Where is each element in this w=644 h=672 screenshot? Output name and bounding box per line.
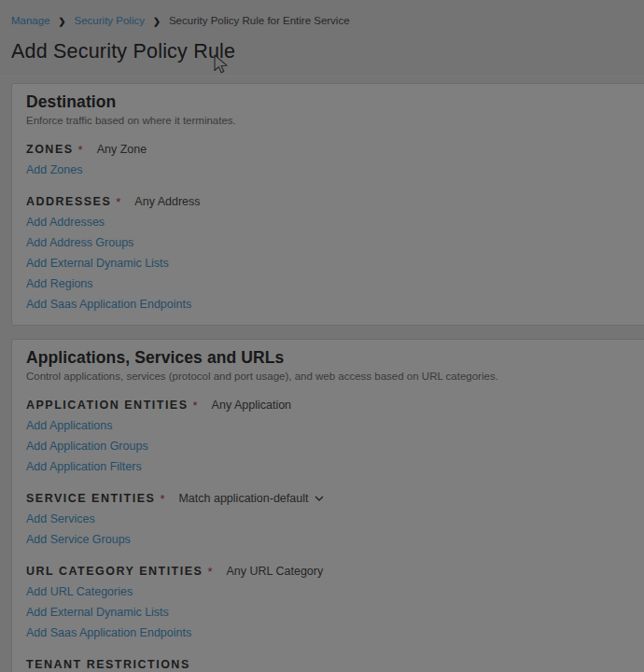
- service-entities-dropdown[interactable]: Match application-default: [178, 492, 324, 505]
- add-external-dynamic-lists-link[interactable]: Add External Dynamic Lists: [26, 606, 169, 619]
- page-title: Add Security Policy Rule: [11, 38, 631, 64]
- add-application-groups-link[interactable]: Add Application Groups: [26, 440, 148, 453]
- add-external-dynamic-lists-link[interactable]: Add External Dynamic Lists: [26, 257, 169, 270]
- add-addresses-link[interactable]: Add Addresses: [26, 216, 105, 229]
- breadcrumb-link-manage[interactable]: Manage: [11, 15, 50, 26]
- add-application-filters-link[interactable]: Add Application Filters: [26, 460, 142, 473]
- add-applications-link[interactable]: Add Applications: [26, 419, 112, 432]
- section-card-destination: Destination Enforce traffic based on whe…: [11, 83, 644, 326]
- required-asterisk: *: [160, 492, 164, 506]
- add-zones-link[interactable]: Add Zones: [26, 163, 82, 176]
- add-regions-link[interactable]: Add Regions: [26, 277, 93, 290]
- required-asterisk: *: [116, 195, 120, 209]
- add-saas-application-endpoints-link[interactable]: Add Saas Application Endpoints: [26, 298, 191, 311]
- field-label-application-entities: APPLICATION ENTITIES: [26, 399, 189, 412]
- field-value-application-entities: Any Application: [212, 399, 291, 412]
- field-label-zones: ZONES: [26, 143, 74, 156]
- chevron-right-icon: ❯: [153, 16, 161, 26]
- section-description: Enforce traffic based on where it termin…: [26, 114, 632, 128]
- section-title: Applications, Services and URLs: [26, 348, 632, 367]
- page-header: Manage ❯ Security Policy ❯ Security Poli…: [0, 0, 644, 77]
- field-value-url-category-entities: Any URL Category: [226, 565, 323, 578]
- field-group-application-entities: APPLICATION ENTITIES * Any Application A…: [26, 399, 632, 477]
- add-saas-application-endpoints-link[interactable]: Add Saas Application Endpoints: [26, 626, 191, 639]
- add-address-groups-link[interactable]: Add Address Groups: [26, 236, 133, 249]
- section-description: Control applications, services (protocol…: [26, 370, 632, 384]
- required-asterisk: *: [207, 565, 212, 579]
- required-asterisk: *: [78, 143, 83, 157]
- field-group-zones: ZONES * Any Zone Add Zones: [26, 143, 632, 180]
- service-entities-selected-value: Match application-default: [178, 492, 308, 505]
- field-group-addresses: ADDRESSES * Any Address Add Addresses Ad…: [26, 195, 632, 315]
- breadcrumb: Manage ❯ Security Policy ❯ Security Poli…: [11, 15, 631, 26]
- field-label-url-category-entities: URL CATEGORY ENTITIES: [26, 565, 203, 578]
- chevron-down-icon: [315, 496, 324, 501]
- field-value-zones: Any Zone: [97, 143, 147, 156]
- breadcrumb-link-security-policy[interactable]: Security Policy: [75, 15, 145, 26]
- field-label-tenant-restrictions: TENANT RESTRICTIONS: [26, 658, 190, 671]
- field-label-service-entities: SERVICE ENTITIES: [26, 492, 155, 505]
- field-label-addresses: ADDRESSES: [26, 195, 111, 208]
- add-services-link[interactable]: Add Services: [26, 512, 95, 525]
- chevron-right-icon: ❯: [59, 16, 66, 26]
- add-url-categories-link[interactable]: Add URL Categories: [26, 585, 133, 598]
- add-service-groups-link[interactable]: Add Service Groups: [26, 533, 131, 546]
- field-group-url-category-entities: URL CATEGORY ENTITIES * Any URL Category…: [26, 565, 632, 643]
- mouse-arrow-cursor-icon: [213, 54, 229, 75]
- required-asterisk: *: [193, 399, 198, 413]
- field-group-service-entities: SERVICE ENTITIES * Match application-def…: [26, 492, 632, 550]
- section-title: Destination: [26, 92, 632, 111]
- field-value-addresses: Any Address: [134, 195, 200, 208]
- section-card-applications-services-urls: Applications, Services and URLs Control …: [11, 339, 644, 672]
- breadcrumb-current: Security Policy Rule for Entire Service: [169, 15, 350, 26]
- field-group-tenant-restrictions: TENANT RESTRICTIONS Add Saas Application…: [26, 658, 632, 672]
